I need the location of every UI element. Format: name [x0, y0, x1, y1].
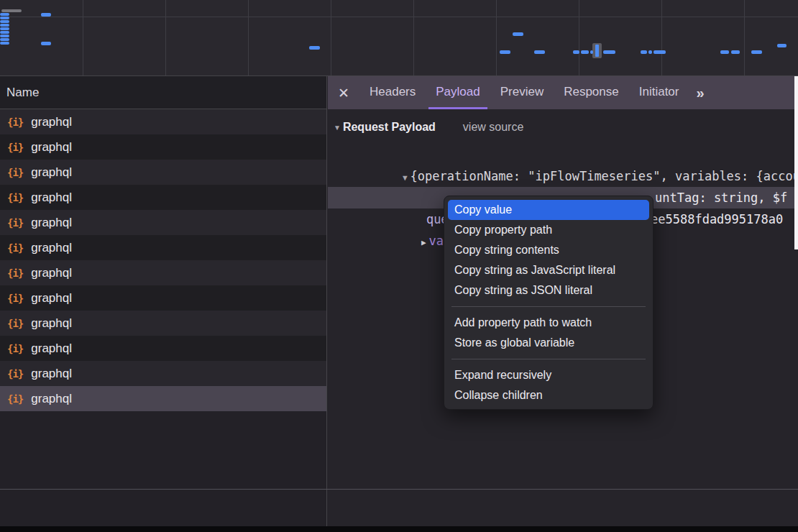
waterfall-bar — [641, 50, 647, 54]
request-name: graphql — [31, 266, 72, 280]
waterfall-bar — [41, 42, 51, 45]
waterfall-bar — [500, 50, 510, 54]
request-name: graphql — [31, 316, 72, 331]
menu-item-label: Collapse children — [454, 389, 543, 401]
more-tabs-button[interactable]: » — [689, 76, 711, 109]
request-row[interactable]: {i} graphql — [0, 311, 326, 336]
name-column-header[interactable]: Name — [0, 76, 327, 109]
waterfall-bar — [0, 42, 9, 45]
detail-tab[interactable]: Headers — [362, 76, 423, 109]
detail-tabs: Headers Payload Preview Response Initiat… — [359, 76, 689, 109]
request-row[interactable]: {i} graphql — [0, 386, 326, 411]
request-row[interactable]: {i} graphql — [0, 285, 326, 311]
waterfall-bar — [603, 50, 615, 54]
context-menu-item[interactable]: Collapse children — [444, 385, 653, 405]
menu-item-label: Copy string contents — [454, 244, 559, 256]
request-row[interactable]: {i} graphql — [0, 336, 326, 361]
json-object-icon: {i} — [7, 242, 23, 254]
overview-gridline — [579, 0, 579, 75]
request-name: graphql — [31, 165, 72, 180]
detail-tab[interactable]: Initiator — [632, 76, 687, 109]
chevron-double-right-icon: » — [696, 85, 704, 101]
context-menu-item[interactable]: Copy string as JSON literal — [444, 280, 653, 301]
waterfall-bar — [41, 13, 51, 17]
context-menu-item[interactable]: Copy property path — [444, 220, 653, 240]
request-payload-section-header: ▼ Request Payload view source — [328, 116, 798, 138]
request-row[interactable]: {i} graphql — [0, 109, 326, 134]
requests-list: {i} graphql {i} graphql {i} graphql {i} … — [0, 109, 327, 526]
menu-item-label: Copy string as JSON literal — [454, 284, 592, 296]
request-name: graphql — [31, 367, 72, 381]
waterfall-bar — [0, 38, 9, 41]
overview-gridline — [248, 0, 249, 75]
request-row[interactable]: {i} graphql — [0, 185, 326, 210]
waterfall-bar — [0, 20, 9, 23]
request-name: graphql — [31, 241, 72, 255]
request-row[interactable]: {i} graphql — [0, 235, 326, 260]
detail-tab[interactable]: Preview — [493, 76, 551, 109]
request-row[interactable]: {i} graphql — [0, 361, 326, 386]
json-object-icon: {i} — [7, 368, 23, 380]
json-root-row[interactable]: ▼{operationName: "ipFlowTimeseries", var… — [328, 144, 798, 165]
waterfall-bar — [0, 27, 9, 30]
menu-item-label: Store as global variable — [454, 336, 574, 349]
request-name: graphql — [31, 191, 72, 205]
menu-item-label: Copy string as JavaScript literal — [454, 264, 615, 276]
json-object-icon: {i} — [7, 142, 23, 153]
menu-item-label: Copy property path — [454, 224, 552, 236]
context-menu-item[interactable]: Add property path to watch — [444, 313, 653, 333]
close-detail-pane-button[interactable]: ✕ — [328, 76, 359, 109]
request-row[interactable]: {i} graphql — [0, 260, 326, 285]
waterfall-bar — [653, 50, 666, 54]
context-menu-item[interactable]: Copy string as JavaScript literal — [444, 260, 653, 280]
json-object-icon: {i} — [7, 267, 23, 279]
context-menu-item[interactable]: Store as global variable — [444, 333, 653, 353]
request-row[interactable]: {i} graphql — [0, 134, 326, 160]
request-row[interactable]: {i} graphql — [0, 160, 326, 185]
tab-label: Payload — [436, 85, 480, 99]
request-name: graphql — [31, 291, 72, 306]
request-name: graphql — [31, 216, 72, 230]
context-menu-item[interactable]: Expand recursively — [444, 365, 653, 385]
context-menu: Copy value Copy property path Copy strin… — [444, 196, 653, 410]
json-property-operationName[interactable]: operationName: "ipFlowTimeseries" — [328, 165, 798, 187]
request-rows: {i} graphql {i} graphql {i} graphql {i} … — [0, 109, 326, 411]
devtools-network-panel: Name ✕ Headers Payload Preview Response … — [0, 0, 798, 532]
waterfall-bar — [309, 46, 320, 50]
overview-gridline — [413, 0, 414, 75]
overview-gridline — [83, 0, 83, 75]
waterfall-bar — [0, 13, 9, 16]
json-object-icon: {i} — [7, 217, 23, 229]
waterfall-bar — [595, 45, 599, 57]
waterfall-bar — [513, 32, 523, 36]
detail-tab[interactable]: Payload — [428, 76, 487, 109]
json-object-icon: {i} — [7, 167, 23, 178]
tab-label: Preview — [500, 85, 544, 99]
window-bottom-edge — [0, 526, 798, 532]
menu-item-label: Copy value — [454, 203, 512, 216]
network-overview-timeline[interactable] — [0, 0, 798, 76]
json-object-icon: {i} — [7, 293, 23, 304]
detail-tab[interactable]: Response — [556, 76, 626, 109]
collapse-triangle-icon[interactable]: ▼ — [334, 124, 341, 132]
waterfall-bar — [777, 44, 786, 47]
tab-label: Response — [564, 85, 619, 99]
menu-separator — [451, 359, 646, 359]
context-menu-item[interactable]: Copy string contents — [444, 240, 653, 260]
name-column-label: Name — [6, 86, 39, 100]
context-menu-item[interactable]: Copy value — [448, 200, 649, 220]
waterfall-bar — [534, 50, 545, 54]
json-object-icon: {i} — [7, 318, 23, 329]
request-name: graphql — [31, 341, 72, 356]
tab-label: Headers — [370, 85, 416, 99]
waterfall-bar — [0, 35, 9, 37]
view-source-link[interactable]: view source — [463, 121, 523, 134]
expand-triangle-icon[interactable]: ▶ — [421, 238, 426, 247]
footer-divider — [0, 489, 798, 490]
property-value-right: untTag: string, $f — [655, 187, 787, 208]
request-row[interactable]: {i} graphql — [0, 210, 326, 235]
overview-gridline — [165, 0, 166, 75]
json-object-icon: {i} — [7, 393, 23, 405]
waterfall-bar — [0, 17, 9, 19]
overview-gridline — [744, 0, 745, 75]
